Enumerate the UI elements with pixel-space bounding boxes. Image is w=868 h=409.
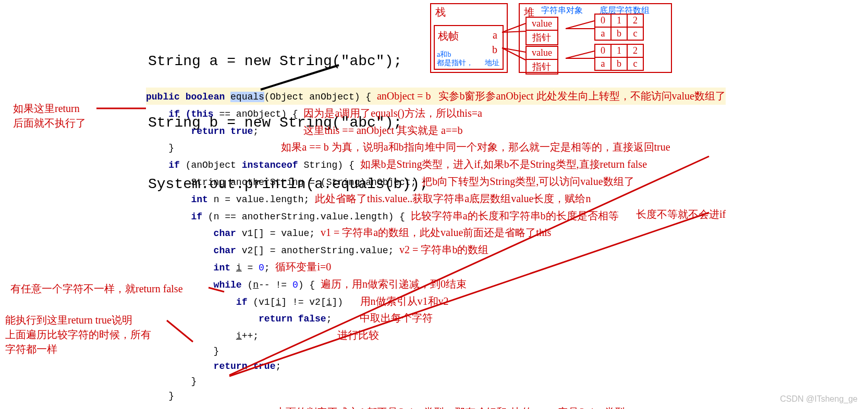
code-l6: String anotherString = (String)anObject;… [146,173,726,190]
str-obj-label: 字符串对象 [541,5,583,16]
code-l17: return true; [146,359,726,374]
stack-title: 栈 [435,5,446,19]
code-l16: } [146,344,726,359]
ann-9: v1 = 字符串a的数组，此处value前面还是省略了this [321,227,551,238]
code-l15: i++; 进行比较 [146,327,726,344]
ann-12: 遍历，用n做索引递减，到0结束 [321,278,467,290]
code-l2: if (this == anObject) { 因为是a调用了equals()方… [146,105,726,122]
ann-13a: 用n做索引从v1和v2 [360,295,449,307]
code-l20: return false; 上面的判定不成立 b都不是String类型，那有啥好… [146,404,726,409]
code-l19: } [146,389,726,404]
intro-line1: String a = new String("abc"); [148,51,429,71]
code-l3: return true; 这里this == anObject 其实就是 a==… [146,122,726,139]
var-b: b [492,44,497,56]
var-a: a [493,29,497,41]
ann-6: 把b向下转型为String类型,可以访问value数组了 [422,176,634,187]
code-block: public boolean equals(Object anObject) {… [146,88,726,409]
code-l10: char v2[] = anotherString.value; v2 = 字符… [146,241,726,258]
ann-11: 循环变量i=0 [275,261,331,272]
ann-1: anObject = b 实参b窗形参anObject 此处发生向上转型，不能访… [377,90,726,102]
code-l12: while (n-- != 0) { 遍历，用n做索引递减，到0结束 [146,276,726,293]
left-ann-1: 如果这里return 后面就不执行了 [13,101,86,130]
ann-4: 如果a == b 为真，说明a和b指向堆中同一个对象，那么就一定是相等的，直接返… [281,141,670,153]
code-l7: int n = value.length; 此处省略了this.value..获… [146,190,726,207]
stack-frame-label: 栈帧 [438,29,459,43]
ann-2: 因为是a调用了equals()方法，所以this=a [303,107,482,119]
ann-7: 此处省略了this.value..获取字符串a底层数组value长度，赋给n [315,193,591,204]
code-l18: } [146,374,726,389]
addr: 地址 [485,58,499,68]
code-l5: if (anObject instanceof String) { 如果b是St… [146,156,726,173]
code-l9: char v1[] = value; v1 = 字符串a的数组，此处value前… [146,224,726,241]
code-sig: public boolean equals(Object anObject) {… [146,88,726,105]
ann-14: 长度不等就不会进if [636,207,726,221]
ann-13b: 中取出每个字符 [360,312,433,324]
ann-5: 如果b是String类型，进入if,如果b不是String类型,直接return… [360,158,647,170]
left-ann-2: 有任意一个字符不一样，就return false [10,281,183,296]
ann-15: 上面的判定不成立 b都不是String类型，那有啥好和a比的，a一定是Strin… [275,406,625,409]
ab-note-2: 都是指针， [437,58,473,68]
char-array-1: 012 abc [594,14,644,41]
stack-frame-box: 栈帧 a b a和b 都是指针， 地址 [434,25,504,70]
left-ann-3: 能执行到这里return true说明 上面遍历比较字符的时候，所有 字符都一样 [5,313,151,356]
ann-13c: 进行比较 [337,329,379,341]
code-l11: int i = 0; 循环变量i=0 [146,258,726,276]
code-l4: } 如果a == b 为真，说明a和b指向堆中同一个对象，那么就一定是相等的，直… [146,139,726,156]
ann-10: v2 = 字符串b的数组 [399,244,488,255]
char-array-2: 012 abc [594,44,644,71]
code-l13: if (v1[i] != v2[i]) 用n做索引从v1和v2 [146,293,726,310]
watermark: CSDN @ITsheng_ge [780,394,858,404]
ann-8: 比较字符串a的长度和字符串b的长度是否相等 [411,210,619,221]
heap-obj-1: value 指针 [525,17,558,45]
heap-obj-2: value 指针 [525,46,558,75]
ann-3: 这里this == anObject 其实就是 a==b [303,125,462,136]
code-l14: return false; 中取出每个字符 [146,309,726,327]
